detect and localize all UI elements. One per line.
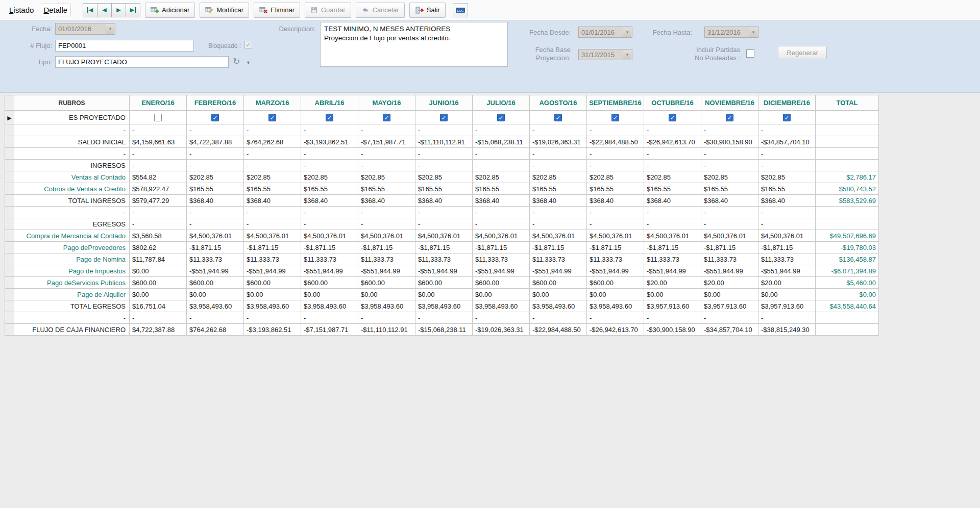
value-cell[interactable]: $11,333.73 xyxy=(415,253,473,265)
value-cell[interactable]: -$551,944.99 xyxy=(244,265,301,277)
value-cell[interactable]: -$1,871.15 xyxy=(701,242,758,253)
value-cell[interactable]: $3,560.58 xyxy=(130,230,187,242)
value-cell[interactable]: $4,500,376.01 xyxy=(187,230,244,242)
proyectado-check-cell[interactable]: ✓ xyxy=(244,111,301,124)
value-cell[interactable]: $600.00 xyxy=(187,277,244,289)
value-cell[interactable]: $165.55 xyxy=(187,183,244,195)
value-cell[interactable]: -$551,944.99 xyxy=(758,265,816,277)
value-cell[interactable]: $4,722,387.88 xyxy=(187,136,244,148)
value-cell[interactable]: $4,500,376.01 xyxy=(530,230,587,242)
value-cell[interactable]: $600.00 xyxy=(358,277,415,289)
month-checkbox-checked[interactable]: ✓ xyxy=(211,114,219,121)
value-cell[interactable]: - xyxy=(701,160,758,171)
value-cell[interactable]: $11,333.73 xyxy=(530,253,587,265)
salir-button[interactable]: Salir xyxy=(409,3,446,18)
row-label[interactable]: Pago deProveedores xyxy=(14,242,130,253)
row-label[interactable]: Cobros de Ventas a Credito xyxy=(14,183,130,195)
value-cell[interactable]: - xyxy=(530,160,587,171)
value-cell[interactable]: - xyxy=(758,218,816,230)
value-cell[interactable]: -$1,871.15 xyxy=(187,242,244,253)
row-selector[interactable] xyxy=(5,289,14,300)
value-cell[interactable]: $11,333.73 xyxy=(187,253,244,265)
value-cell[interactable]: $554.82 xyxy=(130,171,187,183)
value-cell[interactable]: -$11,110,112.91 xyxy=(358,324,415,336)
value-cell[interactable]: -$551,944.99 xyxy=(301,265,358,277)
proyectado-check-cell[interactable]: ✓ xyxy=(358,111,415,124)
value-cell[interactable]: $4,500,376.01 xyxy=(701,230,758,242)
value-cell[interactable]: $368.40 xyxy=(530,195,587,207)
nav-last-button[interactable]: ▶ xyxy=(126,3,140,17)
value-cell[interactable]: $579,477.29 xyxy=(130,195,187,207)
value-cell[interactable]: $3,957,913.60 xyxy=(758,300,816,312)
value-cell[interactable]: $4,500,376.01 xyxy=(358,230,415,242)
value-cell[interactable]: $3,957,913.60 xyxy=(644,300,701,312)
value-cell[interactable]: $165.55 xyxy=(701,183,758,195)
value-cell[interactable]: - xyxy=(473,218,530,230)
month-checkbox-checked[interactable]: ✓ xyxy=(268,114,276,121)
row-selector[interactable] xyxy=(5,253,14,265)
nav-first-button[interactable]: ◀ xyxy=(83,3,97,17)
row-selector[interactable] xyxy=(5,277,14,289)
value-cell[interactable]: $0.00 xyxy=(758,289,816,300)
row-selector[interactable] xyxy=(5,324,14,336)
value-cell[interactable]: $202.85 xyxy=(644,171,701,183)
value-cell[interactable]: $3,958,493.60 xyxy=(473,300,530,312)
value-cell[interactable]: -$22,984,488.50 xyxy=(587,136,644,148)
row-label[interactable]: Pago de Alquiler xyxy=(14,289,130,300)
value-cell[interactable]: $202.85 xyxy=(244,171,301,183)
value-cell[interactable]: - xyxy=(358,160,415,171)
value-cell[interactable]: -$1,871.15 xyxy=(301,242,358,253)
value-cell[interactable]: $4,500,376.01 xyxy=(244,230,301,242)
value-cell[interactable]: $368.40 xyxy=(701,195,758,207)
value-cell[interactable]: $0.00 xyxy=(358,289,415,300)
value-cell[interactable]: $0.00 xyxy=(587,289,644,300)
row-label[interactable]: Ventas al Contado xyxy=(14,171,130,183)
row-selector[interactable] xyxy=(5,183,14,195)
value-cell[interactable]: $11,787.84 xyxy=(130,253,187,265)
value-cell[interactable]: - xyxy=(301,160,358,171)
flujo-input[interactable] xyxy=(55,40,194,52)
value-cell[interactable]: $0.00 xyxy=(244,289,301,300)
value-cell[interactable]: $165.55 xyxy=(301,183,358,195)
fecha-base-dropdown[interactable]: 31/12/2015 ▼ xyxy=(578,49,632,60)
proyectado-check-cell[interactable]: ✓ xyxy=(187,111,244,124)
value-cell[interactable]: -$22,984,488.50 xyxy=(530,324,587,336)
value-cell[interactable]: $202.85 xyxy=(587,171,644,183)
value-cell[interactable]: - xyxy=(644,218,701,230)
proyectado-check-cell[interactable]: ✓ xyxy=(473,111,530,124)
modificar-button[interactable]: Modificar xyxy=(200,3,249,18)
value-cell[interactable]: $165.55 xyxy=(644,183,701,195)
value-cell[interactable]: -$551,944.99 xyxy=(701,265,758,277)
descripcion-textarea[interactable]: TEST MINIMO, N MESES ANTERIORES Proyecci… xyxy=(320,22,508,67)
value-cell[interactable]: $165.55 xyxy=(758,183,816,195)
value-cell[interactable]: $11,333.73 xyxy=(473,253,530,265)
month-checkbox-checked[interactable]: ✓ xyxy=(611,114,619,121)
value-cell[interactable]: - xyxy=(415,218,473,230)
column-header-octubre-16[interactable]: OCTUBRE/16 xyxy=(644,95,701,111)
value-cell[interactable]: -$19,026,363.31 xyxy=(473,324,530,336)
month-checkbox-checked[interactable]: ✓ xyxy=(383,114,390,121)
month-checkbox-checked[interactable]: ✓ xyxy=(554,114,562,121)
value-cell[interactable]: - xyxy=(644,160,701,171)
value-cell[interactable]: $368.40 xyxy=(358,195,415,207)
value-cell[interactable]: $202.85 xyxy=(358,171,415,183)
value-cell[interactable]: $11,333.73 xyxy=(758,253,816,265)
value-cell[interactable]: -$1,871.15 xyxy=(758,242,816,253)
cancelar-button[interactable]: Cancelar xyxy=(356,3,405,18)
row-selector[interactable] xyxy=(5,148,14,160)
value-cell[interactable]: $202.85 xyxy=(701,171,758,183)
month-checkbox-checked[interactable]: ✓ xyxy=(783,114,791,121)
value-cell[interactable]: $4,500,376.01 xyxy=(301,230,358,242)
value-cell[interactable]: $11,333.73 xyxy=(644,253,701,265)
value-cell[interactable]: $368.40 xyxy=(187,195,244,207)
column-header-abril-16[interactable]: ABRIL/16 xyxy=(301,95,358,111)
value-cell[interactable]: -$551,944.99 xyxy=(358,265,415,277)
value-cell[interactable]: - xyxy=(415,160,473,171)
value-cell[interactable]: -$551,944.99 xyxy=(415,265,473,277)
value-cell[interactable]: $165.55 xyxy=(244,183,301,195)
value-cell[interactable]: - xyxy=(301,218,358,230)
value-cell[interactable]: $165.55 xyxy=(530,183,587,195)
value-cell[interactable]: $4,500,376.01 xyxy=(758,230,816,242)
column-header-total[interactable]: TOTAL xyxy=(816,95,879,111)
value-cell[interactable]: $0.00 xyxy=(530,289,587,300)
